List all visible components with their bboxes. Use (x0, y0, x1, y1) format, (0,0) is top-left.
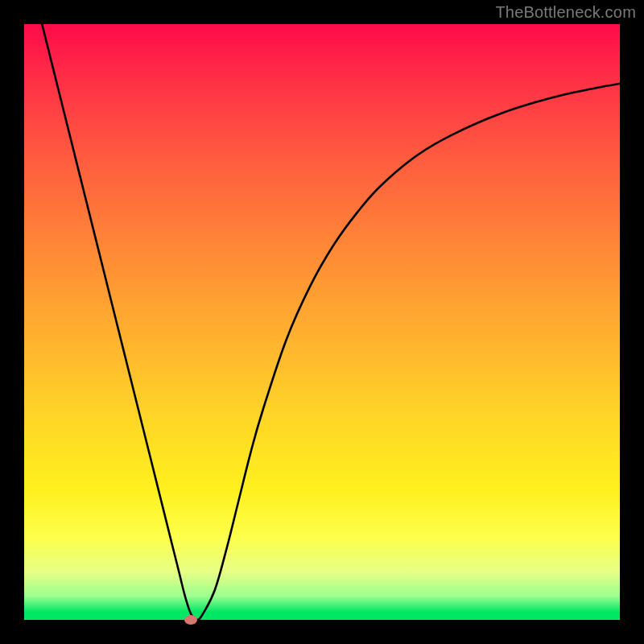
chart-plot-area (24, 24, 620, 620)
chart-frame: TheBottleneck.com (0, 0, 644, 644)
minimum-marker (184, 615, 197, 625)
bottleneck-curve (24, 24, 620, 620)
watermark-text: TheBottleneck.com (495, 3, 636, 22)
